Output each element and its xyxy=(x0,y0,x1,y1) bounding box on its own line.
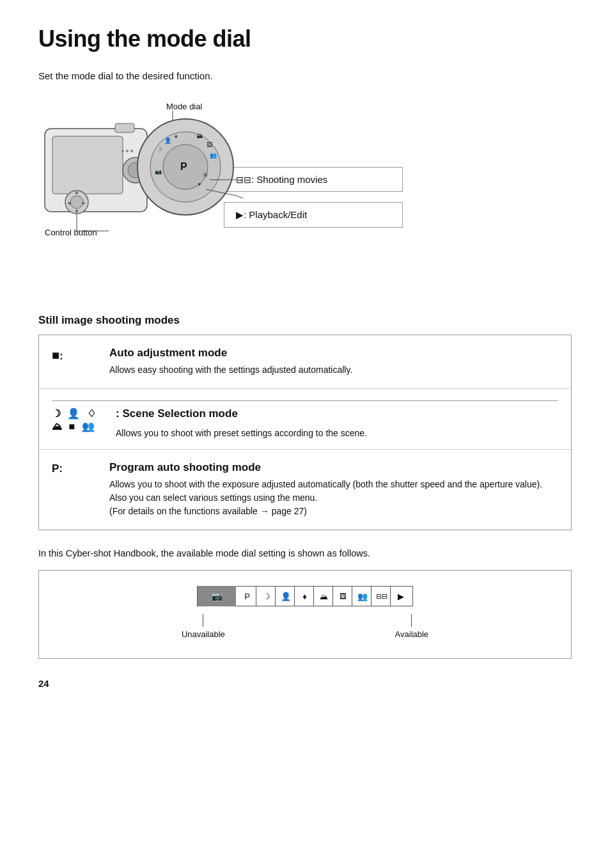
diagram-section: Mode dial xyxy=(38,97,572,288)
modes-table: ■: Auto adjustment mode Allows easy shoo… xyxy=(38,335,572,530)
svg-rect-3 xyxy=(115,123,134,132)
handbook-note: In this Cyber-shot Handbook, the availab… xyxy=(38,548,572,558)
svg-text:P: P xyxy=(180,161,187,172)
program-mode-p: P: xyxy=(52,462,63,475)
svg-text:▼: ▼ xyxy=(197,182,202,187)
scene-content: : Scene Selection mode Allows you to sho… xyxy=(109,407,558,440)
intro-text: Set the mode dial to the desired functio… xyxy=(38,70,572,81)
svg-text:▼: ▼ xyxy=(74,209,79,214)
available-section: P ☽ 👤 ♦ ⛰ 🖼 👥 ⊟⊟ ▶ xyxy=(236,586,412,606)
available-label-group: Available xyxy=(395,614,429,639)
program-content: Program auto shooting mode Allows you to… xyxy=(109,461,558,518)
mode-p: P xyxy=(239,586,256,606)
svg-text:🏔: 🏔 xyxy=(197,133,203,139)
program-mode-desc: Allows you to shoot with the exposure ad… xyxy=(109,478,558,518)
mode-movie: ⊟⊟ xyxy=(373,586,391,606)
unavailable-arrow-line xyxy=(203,614,203,627)
control-button-label: Control button xyxy=(45,228,97,237)
callout-boxes: ⊟⊟: Shooting movies ▶: Playback/Edit xyxy=(224,167,403,228)
svg-text:►: ► xyxy=(81,200,86,206)
scene-icons: ☽ 👤 ♢ ⛰ ■ 👥 xyxy=(52,408,98,432)
diagram-lines: ▲ ▼ ◄ ► P ☽ 👤 ♦ 🏔 🖼 👥 xyxy=(38,97,243,288)
unavailable-section: 📷 xyxy=(198,586,236,606)
mode-diamond: ♦ xyxy=(296,586,314,606)
svg-text:▲: ▲ xyxy=(74,189,79,195)
auto-mode-title: Auto adjustment mode xyxy=(109,347,558,359)
available-arrow-line xyxy=(411,614,412,627)
svg-text:☽: ☽ xyxy=(157,146,162,152)
unavailable-label-group: Unavailable xyxy=(182,614,225,639)
scene-mode-desc: Allows you to shoot with preset settings… xyxy=(116,427,558,440)
camera-diagram: Mode dial xyxy=(38,97,230,288)
scene-icon-col: ☽ 👤 ♢ ⛰ ■ 👥 xyxy=(52,407,109,433)
auto-mode-icon-col: ■: xyxy=(52,347,109,363)
auto-adjustment-row: ■: Auto adjustment mode Allows easy shoo… xyxy=(39,335,571,389)
page-title: Using the mode dial xyxy=(38,26,572,52)
svg-text:⊞: ⊞ xyxy=(203,172,208,178)
available-label: Available xyxy=(395,629,429,639)
program-desc-text: Allows you to shoot with the exposure ad… xyxy=(109,479,542,503)
scene-mode-title: : Scene Selection mode xyxy=(116,407,558,420)
svg-point-6 xyxy=(121,150,124,152)
svg-text:👥: 👥 xyxy=(210,152,217,159)
mode-chart-wrapper: 📷 P ☽ 👤 ♦ ⛰ 🖼 👥 ⊟⊟ ▶ Unavailable A xyxy=(38,570,572,659)
scene-divider xyxy=(52,400,558,401)
page-number: 24 xyxy=(38,678,572,689)
program-icon-col: P: xyxy=(52,461,109,475)
svg-point-7 xyxy=(126,150,129,152)
program-mode-title: Program auto shooting mode xyxy=(109,461,558,474)
mode-mountain: ⛰ xyxy=(315,586,333,606)
svg-text:👤: 👤 xyxy=(164,137,172,145)
svg-line-31 xyxy=(237,180,243,198)
auto-mode-colon: : xyxy=(59,350,63,362)
program-footnote: (For details on the functions available … xyxy=(109,506,307,516)
callout-shooting-movies-text: : Shooting movies xyxy=(251,174,327,185)
mode-frame: 🖼 xyxy=(334,586,352,606)
svg-text:◄: ◄ xyxy=(66,200,72,206)
camera-cell: 📷 xyxy=(212,591,223,601)
svg-rect-2 xyxy=(52,136,123,194)
mode-play: ▶ xyxy=(392,586,410,606)
mode-group: 👥 xyxy=(354,586,371,606)
scene-selection-row: ☽ 👤 ♢ ⛰ ■ 👥 : Scene Selection mode Allow… xyxy=(39,389,571,450)
auto-mode-content: Auto adjustment mode Allows easy shootin… xyxy=(109,347,558,377)
mode-night: ☽ xyxy=(258,586,276,606)
callout-playback-edit: ▶: Playback/Edit xyxy=(224,202,403,228)
mode-portrait: 👤 xyxy=(277,586,295,606)
still-modes-heading: Still image shooting modes xyxy=(38,314,572,327)
callout-playback-text: : Playback/Edit xyxy=(244,209,307,220)
svg-text:♦: ♦ xyxy=(175,133,178,139)
auto-mode-desc: Allows easy shooting with the settings a… xyxy=(109,363,558,377)
mode-chart-bar: 📷 P ☽ 👤 ♦ ⛰ 🖼 👥 ⊟⊟ ▶ xyxy=(197,586,413,606)
svg-line-33 xyxy=(237,196,243,237)
auto-mode-icon: ■ xyxy=(52,348,59,362)
svg-text:🖼: 🖼 xyxy=(207,141,212,148)
svg-point-8 xyxy=(130,150,133,152)
unavailable-label: Unavailable xyxy=(182,629,225,639)
arrow-icon: → xyxy=(260,506,269,516)
callout-shooting-movies: ⊟⊟: Shooting movies xyxy=(224,167,403,192)
svg-text:📷: 📷 xyxy=(155,168,162,175)
program-auto-row: P: Program auto shooting mode Allows you… xyxy=(39,450,571,530)
